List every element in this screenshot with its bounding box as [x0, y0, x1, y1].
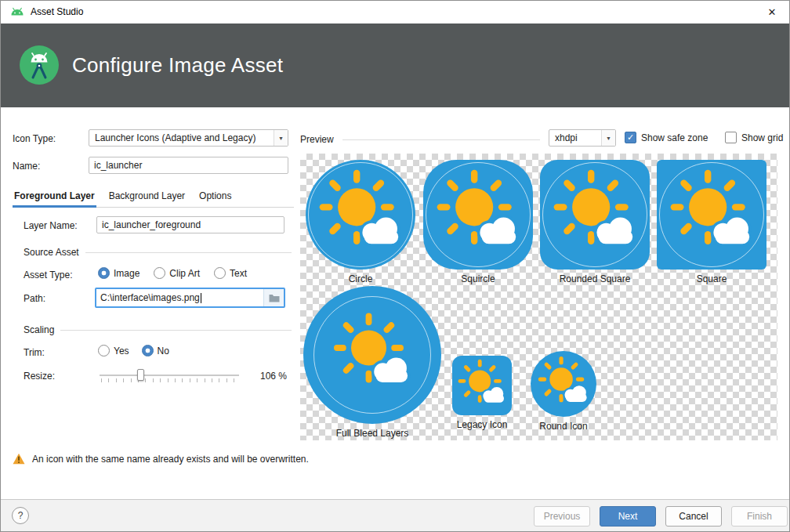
section-label: Scaling [24, 324, 54, 335]
radio-label: Clip Art [169, 268, 200, 279]
asset-type-label: Asset Type: [24, 270, 72, 280]
slider-track[interactable] [100, 375, 239, 376]
dialog-footer: ? Previous Next Cancel Finish [0, 499, 790, 532]
layer-name-label: Layer Name: [24, 220, 78, 231]
launcher-icon-full-bleed [303, 286, 441, 424]
warning-row: An icon with the same name already exist… [13, 453, 309, 465]
preview-tile-label: Square [657, 273, 766, 284]
trim-no-radio[interactable]: No [142, 345, 169, 356]
help-button[interactable]: ? [12, 507, 29, 524]
scaling-section-header: Scaling [24, 324, 292, 335]
preview-tile-label: Round Icon [531, 421, 596, 432]
separator [342, 139, 540, 140]
radio-label: Text [230, 268, 247, 279]
tab-options[interactable]: Options [198, 186, 233, 207]
preview-tile-circle: Circle [306, 160, 415, 284]
preview-tile-squircle: Squircle [423, 160, 533, 284]
launcher-icon-rounded-square [540, 160, 650, 270]
resize-slider[interactable] [100, 366, 239, 385]
name-label: Name: [13, 161, 40, 172]
tab-label: Options [199, 190, 231, 201]
window-title: Asset Studio [31, 6, 83, 17]
radio-label: Image [114, 268, 140, 279]
chevron-down-icon: ▼ [274, 130, 288, 146]
slider-thumb[interactable] [137, 369, 144, 381]
section-label: Source Asset [24, 247, 79, 258]
preview-tile-square: Square [657, 160, 766, 284]
close-button[interactable]: ✕ [754, 0, 790, 24]
path-input[interactable]: C:\interface\images.png [95, 288, 285, 308]
separator [85, 252, 292, 253]
tab-label: Background Layer [109, 190, 185, 201]
next-button[interactable]: Next [600, 506, 656, 527]
icon-type-value: Launcher Icons (Adaptive and Legacy) [95, 132, 255, 143]
show-safe-zone-checkbox[interactable]: Show safe zone [625, 132, 708, 143]
previous-button[interactable]: Previous [534, 506, 590, 527]
preview-tile-round: Round Icon [531, 351, 596, 432]
name-value: ic_launcher [94, 160, 142, 171]
layer-name-input[interactable]: ic_launcher_foreground [96, 216, 284, 233]
separator [60, 330, 292, 331]
checkbox-label: Show safe zone [641, 132, 708, 143]
preview-section-label: Preview [300, 134, 334, 145]
radio-icon [98, 267, 110, 279]
finish-button[interactable]: Finish [731, 506, 788, 527]
sun-cloud-icon [328, 311, 417, 400]
trim-label: Trim: [24, 347, 45, 358]
preview-tile-full-bleed: Full Bleed Layers [303, 286, 441, 439]
sun-cloud-icon [535, 355, 592, 413]
preview-tile-label: Rounded Square [540, 273, 650, 284]
folder-icon [269, 294, 280, 302]
checkbox-label: Show grid [741, 132, 783, 143]
preview-tile-label: Squircle [423, 273, 533, 284]
asset-type-clipart-radio[interactable]: Clip Art [154, 267, 200, 279]
sun-cloud-icon [431, 168, 525, 262]
trim-radio-group: Yes No [98, 345, 169, 356]
density-value: xhdpi [555, 132, 578, 143]
preview-tile-legacy: Legacy Icon [452, 356, 512, 430]
radio-icon [98, 345, 110, 356]
radio-label: No [158, 346, 169, 356]
launcher-icon-round [531, 351, 596, 417]
icon-type-dropdown[interactable]: Launcher Icons (Adaptive and Legacy) ▼ [89, 129, 288, 147]
browse-button[interactable] [263, 289, 284, 306]
launcher-icon-squircle [423, 160, 533, 270]
name-input[interactable]: ic_launcher [89, 157, 288, 174]
launcher-icon-circle [306, 160, 415, 270]
tab-foreground-layer[interactable]: Foreground Layer [13, 186, 96, 207]
radio-label: Yes [114, 346, 129, 356]
asset-type-text-radio[interactable]: Text [214, 267, 247, 279]
preview-tile-rounded-square: Rounded Square [540, 160, 650, 284]
cancel-button[interactable]: Cancel [665, 506, 722, 527]
chevron-down-icon: ▼ [601, 130, 615, 146]
icon-type-label: Icon Type: [13, 133, 56, 144]
show-grid-checkbox[interactable]: Show grid [725, 132, 783, 143]
trim-yes-radio[interactable]: Yes [98, 345, 129, 356]
launcher-icon-square [657, 160, 766, 270]
layer-name-value: ic_launcher_foreground [102, 219, 201, 230]
resize-label: Resize: [24, 371, 55, 382]
checkbox-icon [625, 132, 636, 143]
android-icon [10, 7, 24, 16]
density-dropdown[interactable]: xhdpi ▼ [549, 129, 616, 147]
source-asset-section-header: Source Asset [24, 247, 292, 258]
sun-cloud-icon [665, 168, 759, 262]
launcher-icon-legacy [452, 356, 512, 415]
radio-icon [214, 267, 226, 279]
window-titlebar: Asset Studio ✕ [0, 0, 790, 24]
text-caret [201, 293, 201, 303]
sun-cloud-icon [313, 168, 408, 262]
warning-message: An icon with the same name already exist… [32, 454, 309, 465]
close-icon: ✕ [768, 6, 777, 18]
preview-tile-label: Legacy Icon [452, 419, 512, 430]
help-icon: ? [18, 510, 24, 521]
tab-background-layer[interactable]: Background Layer [107, 186, 187, 207]
preview-tile-label: Circle [306, 273, 415, 284]
radio-icon [142, 345, 154, 356]
page-title: Configure Image Asset [72, 53, 283, 78]
asset-type-image-radio[interactable]: Image [98, 267, 140, 279]
slider-ticks [101, 378, 239, 382]
dialog-header: Configure Image Asset [0, 24, 790, 107]
layer-tabs: Foreground Layer Background Layer Option… [13, 186, 294, 208]
path-value: C:\interface\images.png [100, 292, 200, 303]
